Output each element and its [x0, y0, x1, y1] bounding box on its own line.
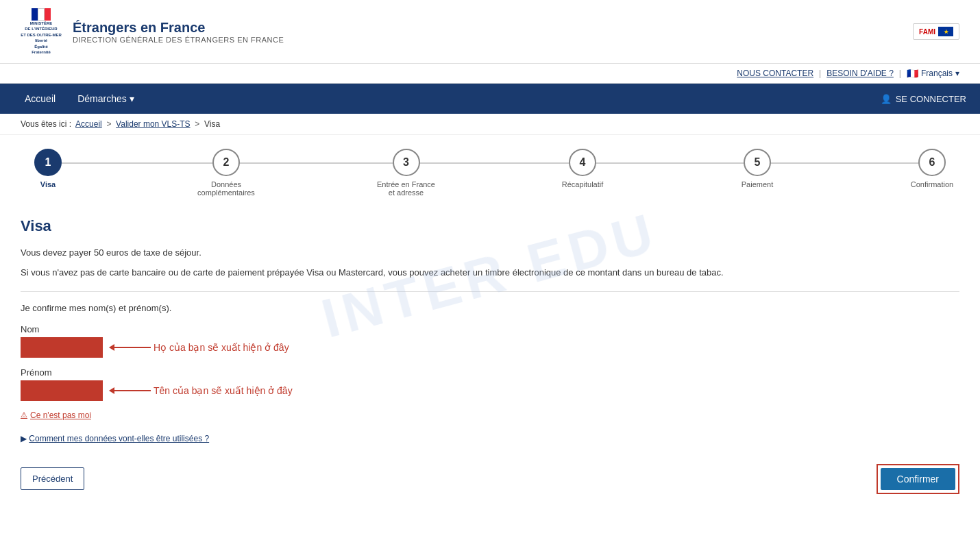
step-6: 6 Confirmation — [905, 149, 959, 188]
step-circle-4: 4 — [569, 149, 596, 176]
site-title: Étrangers en France — [73, 20, 284, 36]
french-flag-icon — [32, 8, 51, 21]
header-title-block: Étrangers en France DIRECTION GÉNÉRALE D… — [73, 20, 284, 44]
step-1: 1 Visa — [21, 149, 75, 188]
step-circle-5: 5 — [744, 149, 771, 176]
eu-flag-icon: ★ — [938, 27, 953, 36]
prenom-label: Prénom — [21, 367, 959, 378]
nav-demarches[interactable]: Démarches ▾ — [66, 85, 145, 112]
prenom-annotation-row: Tên của bạn sẽ xuất hiện ở đây — [21, 380, 959, 401]
se-connecter-label: SE CONNECTER — [896, 94, 966, 104]
ministry-logo: MINISTÈRE DE L'INTÉRIEUR ET DES OUTRE-ME… — [21, 8, 62, 55]
main-nav: Accueil Démarches ▾ 👤 SE CONNECTER — [0, 84, 980, 114]
data-usage-link[interactable]: Comment mes données vont-elles être util… — [29, 434, 209, 443]
step-2: 2 Données complémentaires — [195, 149, 257, 197]
header-left: MINISTÈRE DE L'INTÉRIEUR ET DES OUTRE-ME… — [21, 8, 284, 55]
confirm-names-text: Je confirme mes nom(s) et prénom(s). — [21, 303, 959, 313]
fami-label: FAMI — [919, 28, 935, 36]
separator2: | — [899, 69, 901, 78]
separator: | — [819, 69, 821, 78]
step-circle-3: 3 — [393, 149, 420, 176]
breadcrumb-home[interactable]: Accueil — [75, 119, 102, 129]
confirm-button-wrapper: Confirmer — [877, 464, 959, 494]
arrow-line-prenom — [110, 390, 151, 391]
breadcrumb-vls[interactable]: Valider mon VLS-TS — [116, 119, 191, 129]
lang-label: Français — [921, 69, 953, 78]
nom-annotation-row: Họ của bạn sẽ xuất hiện ở đây — [21, 337, 959, 358]
data-usage-section: ▶ Comment mes données vont-elles être ut… — [21, 434, 959, 443]
step-label-5: Paiement — [742, 180, 773, 188]
flag-red — [45, 8, 51, 21]
demarches-arrow-icon: ▾ — [130, 93, 134, 104]
help-link[interactable]: BESOIN D'AIDE ? — [826, 69, 894, 78]
prenom-field-group: Prénom Tên của bạn sẽ xuất hiện ở đây — [21, 367, 959, 401]
step-5: 5 Paiement — [730, 149, 785, 188]
not-me-link[interactable]: Ce n'est pas moi — [21, 411, 959, 420]
info-line2: Si vous n'avez pas de carte bancaire ou … — [21, 266, 959, 280]
lang-selector[interactable]: 🇫🇷 Français ▾ — [907, 68, 959, 79]
nom-annotation-text: Họ của bạn sẽ xuất hiện ở đây — [154, 342, 289, 353]
nom-label: Nom — [21, 324, 959, 334]
flag-white — [38, 8, 44, 21]
step-label-2: Données complémentaires — [195, 180, 257, 197]
divider — [21, 291, 959, 292]
flag-blue — [32, 8, 38, 21]
nav-demarches-label: Démarches — [77, 93, 127, 104]
nom-input[interactable] — [21, 337, 103, 358]
prev-button[interactable]: Précédent — [21, 467, 84, 490]
step-circle-2: 2 — [212, 149, 240, 176]
breadcrumb-prefix: Vous êtes ici : — [21, 119, 71, 129]
prenom-arrow: Tên của bạn sẽ xuất hiện ở đây — [110, 385, 293, 396]
breadcrumb: Vous êtes ici : Accueil > Valider mon VL… — [0, 114, 980, 135]
steps-container: 1 Visa 2 Données complémentaires 3 Entré… — [0, 135, 980, 204]
section-title: Visa — [21, 217, 959, 235]
site-subtitle: DIRECTION GÉNÉRALE DES ÉTRANGERS EN FRAN… — [73, 36, 284, 44]
step-4: 4 Récapitulatif — [555, 149, 610, 188]
se-connecter-button[interactable]: 👤 SE CONNECTER — [881, 94, 966, 104]
steps-line — [55, 162, 925, 164]
main-nav-left: Accueil Démarches ▾ — [14, 85, 145, 112]
ministry-text: MINISTÈRE DE L'INTÉRIEUR ET DES OUTRE-ME… — [21, 21, 62, 55]
prenom-input[interactable] — [21, 380, 103, 401]
main-content: Visa Vous devez payer 50 euros de taxe d… — [0, 204, 980, 515]
step-label-1: Visa — [40, 180, 56, 188]
header-nav-links: NOUS CONTACTER | BESOIN D'AIDE ? | 🇫🇷 Fr… — [0, 64, 980, 84]
expand-icon: ▶ — [21, 434, 27, 443]
confirm-button[interactable]: Confirmer — [881, 468, 955, 490]
contact-link[interactable]: NOUS CONTACTER — [737, 69, 813, 78]
step-label-6: Confirmation — [911, 180, 953, 188]
step-3: 3 Entrée en Franceet adresse — [377, 149, 435, 197]
buttons-row: Précédent Confirmer — [21, 464, 959, 494]
nom-field-group: Nom Họ của bạn sẽ xuất hiện ở đây — [21, 324, 959, 358]
flag-fr-icon: 🇫🇷 — [907, 68, 918, 79]
step-circle-1: 1 — [34, 149, 62, 176]
arrow-line-nom — [110, 347, 151, 348]
user-icon: 👤 — [881, 94, 892, 104]
fami-logo: FAMI ★ — [913, 23, 959, 40]
breadcrumb-current: Visa — [204, 119, 220, 129]
step-label-3: Entrée en Franceet adresse — [377, 180, 435, 197]
step-circle-6: 6 — [918, 149, 946, 176]
info-line1: Vous devez payer 50 euros de taxe de séj… — [21, 246, 959, 260]
nav-accueil[interactable]: Accueil — [14, 85, 66, 112]
header-top: MINISTÈRE DE L'INTÉRIEUR ET DES OUTRE-ME… — [0, 0, 980, 64]
step-label-4: Récapitulatif — [562, 180, 604, 188]
not-me-label: Ce n'est pas moi — [30, 411, 91, 420]
prenom-annotation-text: Tên của bạn sẽ xuất hiện ở đây — [154, 385, 293, 396]
nom-arrow: Họ của bạn sẽ xuất hiện ở đây — [110, 342, 289, 353]
lang-arrow-icon: ▾ — [955, 69, 959, 78]
